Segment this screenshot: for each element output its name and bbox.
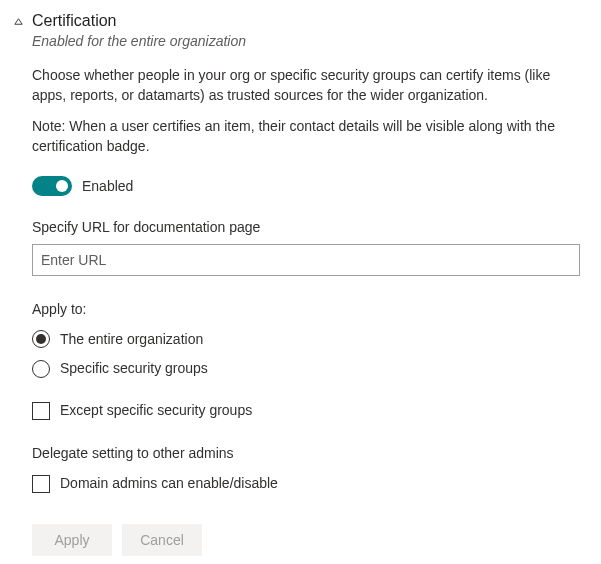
url-field-label: Specify URL for documentation page (32, 218, 583, 238)
cancel-button[interactable]: Cancel (122, 524, 202, 556)
enabled-toggle-label: Enabled (82, 177, 133, 197)
enabled-toggle[interactable] (32, 176, 72, 196)
radio-specific-groups[interactable] (32, 360, 50, 378)
section-note: Note: When a user certifies an item, the… (32, 117, 580, 156)
checkbox-domain-admins-label: Domain admins can enable/disable (60, 474, 278, 494)
apply-to-label: Apply to: (32, 300, 583, 320)
checkbox-except-groups-label: Except specific security groups (60, 401, 252, 421)
collapse-toggle-icon[interactable] (10, 13, 26, 29)
radio-specific-groups-label: Specific security groups (60, 359, 208, 379)
apply-button[interactable]: Apply (32, 524, 112, 556)
documentation-url-input[interactable] (32, 244, 580, 276)
section-subtitle: Enabled for the entire organization (32, 32, 583, 52)
section-title: Certification (32, 10, 116, 32)
checkbox-domain-admins[interactable] (32, 475, 50, 493)
radio-entire-org-label: The entire organization (60, 330, 203, 350)
delegate-label: Delegate setting to other admins (32, 444, 583, 464)
checkbox-except-groups[interactable] (32, 402, 50, 420)
radio-entire-org[interactable] (32, 330, 50, 348)
section-description: Choose whether people in your org or spe… (32, 66, 580, 105)
